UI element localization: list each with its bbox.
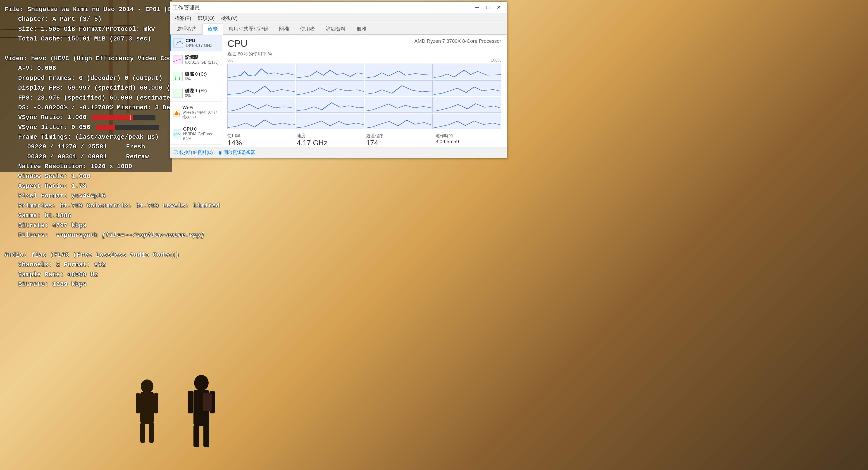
wifi-sidebar-labels: Wi-Fi Wi-Fi 6 已接收: 0.4 已接收: 50. (182, 105, 219, 120)
core-chart-6 (365, 80, 433, 96)
processes-stat-label: 處理程序 (366, 133, 432, 139)
cpu-panel-title: CPU (227, 38, 248, 49)
stat-processes: 處理程序 174 (366, 133, 432, 147)
svg-rect-4 (140, 422, 145, 443)
disk1-sidebar-labels: 磁碟 1 (H:) 0% (185, 88, 207, 98)
gpu0-mini-chart (173, 129, 181, 138)
memory-sidebar-labels: 記憶體 6.6/31.9 GB (21%) (185, 55, 219, 65)
sidebar-item-memory[interactable]: 記憶體 6.6/31.9 GB (21%) (170, 51, 222, 68)
mpv-primaries: Primaries: bt.709 Colormatrix: bt.709 Le… (4, 201, 267, 211)
cpu-stats-row: 使用率 14% 速度 4.17 GHz 處理程序 174 運作時間 3:09:5… (227, 133, 501, 147)
gpu0-label: GPU 0 (183, 126, 219, 132)
menubar: 檔案(F) 選項(O) 檢視(V) (170, 13, 507, 23)
usage-stat-value: 14% (227, 139, 293, 147)
monitor-icon: ◉ (218, 150, 222, 155)
svg-rect-17 (179, 113, 180, 116)
svg-rect-5 (149, 422, 154, 443)
mem-mini-chart (173, 55, 183, 64)
svg-rect-8 (188, 391, 193, 413)
core-chart-14 (365, 114, 433, 129)
core-chart-5 (296, 80, 364, 96)
gpu0-sublabel: NVIDIA GeForce ... 64% (183, 132, 219, 141)
memory-sublabel: 6.6/31.9 GB (21%) (185, 60, 219, 65)
tab-details[interactable]: 詳細資料 (321, 24, 351, 34)
cpu-sublabel: 14% 4.17 GHz (186, 43, 212, 48)
disk1-mini-chart (173, 89, 183, 98)
uptime-stat-value: 3:09:55:59 (436, 139, 501, 145)
stat-uptime: 運作時間 3:09:55:59 (436, 133, 501, 147)
titlebar: 工作管理員 ─ □ ✕ (170, 2, 507, 13)
svg-rect-12 (203, 393, 212, 411)
usage-max: 100% (491, 58, 501, 63)
mpv-native-res: Native Resolution: 1920 x 1080 (4, 162, 267, 171)
svg-rect-16 (177, 112, 178, 116)
minimize-button[interactable]: ─ (472, 3, 482, 11)
tab-app-history[interactable]: 應用程式歷程記錄 (223, 24, 274, 34)
mpv-filters: Filters: vapoursynth [file=~~/svpflow-an… (4, 230, 267, 240)
maximize-button[interactable]: □ (483, 3, 493, 11)
core-chart-15 (434, 114, 501, 129)
disk0-label: 磁碟 0 (C:) (185, 71, 207, 77)
core-chart-4 (227, 80, 295, 96)
disk0-sublabel: 0% (185, 77, 207, 82)
menu-options[interactable]: 選項(O) (194, 13, 218, 23)
mpv-audio-bitrate: Bitrate: 1289 kbps (4, 279, 267, 289)
core-chart-3 (434, 64, 501, 80)
core-chart-9 (296, 97, 364, 113)
close-button[interactable]: ✕ (494, 3, 504, 11)
wifi-mini-chart (173, 108, 180, 117)
disk0-mini-chart (173, 72, 183, 81)
mpv-gamma: Gamma: bt.1886 (4, 211, 267, 220)
core-chart-10 (365, 97, 433, 113)
sidebar: CPU 14% 4.17 GHz 記憶體 6.6/31.9 GB (21%) (170, 35, 222, 147)
disk1-label: 磁碟 1 (H:) (185, 88, 207, 93)
speed-stat-value: 4.17 GHz (297, 139, 363, 147)
menu-file[interactable]: 檔案(F) (172, 13, 194, 23)
svg-rect-11 (204, 425, 209, 447)
cpu-mini-chart (173, 38, 183, 48)
core-chart-2 (365, 64, 433, 80)
cpu-graphs-grid (227, 64, 501, 129)
svg-rect-2 (136, 393, 140, 413)
mpv-aspect: Aspect Ratio: 1.78 (4, 181, 267, 191)
mpv-audio: Audio: flac (FLAC (Free Lossless Audio C… (4, 250, 267, 260)
disk0-sidebar-labels: 磁碟 0 (C:) 0% (185, 71, 207, 82)
tab-processes[interactable]: 處理程序 (172, 24, 202, 34)
svg-rect-3 (154, 393, 158, 413)
cpu-model-name: AMD Ryzen 7 3700X 8-Core Processor (414, 38, 501, 44)
sidebar-item-cpu[interactable]: CPU 14% 4.17 GHz (170, 35, 222, 51)
sidebar-item-gpu0[interactable]: GPU 0 NVIDIA GeForce ... 64% (170, 123, 222, 145)
tab-services[interactable]: 服務 (351, 24, 372, 34)
footer-link-resource-monitor[interactable]: ◉ 開啟資源監視器 (218, 149, 255, 155)
sidebar-item-disk0[interactable]: 磁碟 0 (C:) 0% (170, 68, 222, 85)
tab-startup[interactable]: 關機 (274, 24, 294, 34)
speed-stat-label: 速度 (297, 133, 363, 139)
usage-stat-label: 使用率 (227, 133, 293, 139)
core-chart-13 (296, 114, 364, 129)
footer-link-less-detail[interactable]: ⓘ 較少詳細資料(D) (174, 149, 213, 155)
svg-point-6 (194, 375, 209, 391)
window-title: 工作管理員 (173, 4, 200, 11)
mpv-channels: Channels: 2 Format: s32 (4, 260, 267, 270)
sidebar-item-disk1[interactable]: 磁碟 1 (H:) 0% (170, 85, 222, 102)
tab-users[interactable]: 使用者 (295, 24, 320, 34)
content-area: CPU 14% 4.17 GHz 記憶體 6.6/31.9 GB (21%) (170, 35, 507, 147)
menu-view[interactable]: 檢視(V) (218, 13, 241, 23)
cpu-label: CPU (186, 38, 212, 43)
svg-rect-13 (174, 114, 175, 116)
info-icon: ⓘ (174, 149, 178, 155)
memory-label: 記憶體 (185, 55, 219, 60)
svg-rect-10 (193, 425, 199, 447)
sidebar-item-wifi[interactable]: Wi-Fi Wi-Fi 6 已接收: 0.4 已接收: 50. (170, 102, 222, 123)
cpu-panel-header: CPU AMD Ryzen 7 3700X 8-Core Processor (227, 38, 501, 49)
character-2 (186, 375, 217, 447)
usage-label: 過去 60 秒的使用率 % (227, 51, 501, 57)
cpu-sidebar-labels: CPU 14% 4.17 GHz (186, 38, 212, 48)
character-1 (133, 379, 161, 443)
cpu-detail-panel: CPU AMD Ryzen 7 3700X 8-Core Processor 過… (222, 35, 507, 147)
tab-performance[interactable]: 效能 (203, 24, 223, 35)
vsync-jitter-bar (96, 125, 159, 130)
core-chart-11 (434, 97, 501, 113)
usage-range: 0% 100% (227, 58, 501, 63)
uptime-stat-label: 運作時間 (436, 133, 501, 139)
